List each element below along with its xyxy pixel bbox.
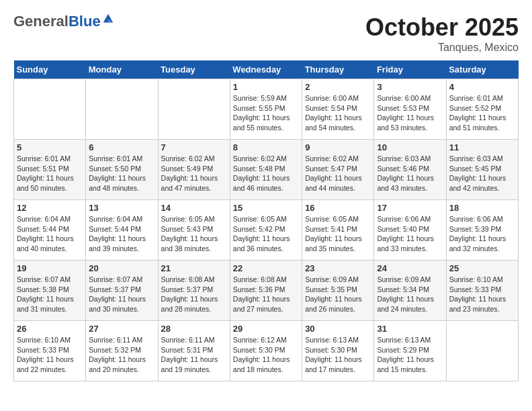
calendar-cell: 31Sunrise: 6:13 AMSunset: 5:29 PMDayligh… (374, 321, 446, 381)
calendar-cell: 26Sunrise: 6:10 AMSunset: 5:33 PMDayligh… (14, 321, 86, 381)
calendar-cell: 19Sunrise: 6:07 AMSunset: 5:38 PMDayligh… (14, 261, 86, 321)
logo-icon (102, 13, 114, 25)
calendar-cell: 29Sunrise: 6:12 AMSunset: 5:30 PMDayligh… (230, 321, 302, 381)
day-info: Sunrise: 6:04 AMSunset: 5:44 PMDaylight:… (89, 214, 154, 254)
weekday-header: Thursday (302, 60, 374, 79)
day-number: 23 (305, 263, 371, 273)
calendar-week-row: 12Sunrise: 6:04 AMSunset: 5:44 PMDayligh… (14, 200, 519, 261)
calendar-cell: 28Sunrise: 6:11 AMSunset: 5:31 PMDayligh… (158, 321, 230, 381)
day-number: 15 (233, 203, 299, 213)
calendar-cell: 1Sunrise: 5:59 AMSunset: 5:55 PMDaylight… (230, 79, 302, 140)
calendar-cell: 22Sunrise: 6:08 AMSunset: 5:36 PMDayligh… (230, 261, 302, 321)
title-block: October 2025 Tanques, Mexico (365, 13, 519, 54)
calendar-cell: 13Sunrise: 6:04 AMSunset: 5:44 PMDayligh… (86, 200, 158, 261)
calendar-cell: 16Sunrise: 6:05 AMSunset: 5:41 PMDayligh… (302, 200, 374, 261)
day-info: Sunrise: 6:02 AMSunset: 5:49 PMDaylight:… (161, 154, 227, 193)
day-info: Sunrise: 6:03 AMSunset: 5:45 PMDaylight:… (449, 154, 515, 193)
calendar-cell (86, 79, 158, 140)
day-info: Sunrise: 6:06 AMSunset: 5:39 PMDaylight:… (449, 214, 515, 254)
day-number: 28 (161, 324, 227, 334)
day-number: 13 (89, 203, 154, 213)
calendar-cell: 8Sunrise: 6:02 AMSunset: 5:48 PMDaylight… (230, 140, 302, 200)
calendar-cell: 20Sunrise: 6:07 AMSunset: 5:37 PMDayligh… (86, 261, 158, 321)
calendar-week-row: 19Sunrise: 6:07 AMSunset: 5:38 PMDayligh… (14, 261, 519, 321)
day-number: 29 (233, 324, 299, 334)
weekday-header: Friday (374, 60, 446, 79)
day-info: Sunrise: 6:13 AMSunset: 5:29 PMDaylight:… (377, 335, 443, 375)
day-info: Sunrise: 6:10 AMSunset: 5:33 PMDaylight:… (449, 275, 515, 314)
calendar-cell (158, 79, 230, 140)
day-info: Sunrise: 6:01 AMSunset: 5:50 PMDaylight:… (89, 154, 154, 193)
day-number: 21 (161, 263, 227, 273)
calendar-cell: 14Sunrise: 6:05 AMSunset: 5:43 PMDayligh… (158, 200, 230, 261)
day-number: 22 (233, 263, 299, 273)
day-info: Sunrise: 6:01 AMSunset: 5:52 PMDaylight:… (449, 93, 515, 133)
day-info: Sunrise: 6:00 AMSunset: 5:54 PMDaylight:… (305, 93, 371, 133)
day-info: Sunrise: 6:05 AMSunset: 5:43 PMDaylight:… (161, 214, 227, 254)
calendar-cell: 18Sunrise: 6:06 AMSunset: 5:39 PMDayligh… (446, 200, 518, 261)
weekday-header-row: SundayMondayTuesdayWednesdayThursdayFrid… (14, 60, 519, 79)
calendar-week-row: 26Sunrise: 6:10 AMSunset: 5:33 PMDayligh… (14, 321, 519, 381)
calendar-cell: 12Sunrise: 6:04 AMSunset: 5:44 PMDayligh… (14, 200, 86, 261)
day-number: 18 (449, 203, 515, 213)
calendar-cell: 10Sunrise: 6:03 AMSunset: 5:46 PMDayligh… (374, 140, 446, 200)
day-info: Sunrise: 6:01 AMSunset: 5:51 PMDaylight:… (17, 154, 83, 193)
calendar-cell: 25Sunrise: 6:10 AMSunset: 5:33 PMDayligh… (446, 261, 518, 321)
logo-general-text: GeneralBlue (13, 13, 101, 30)
calendar-cell: 7Sunrise: 6:02 AMSunset: 5:49 PMDaylight… (158, 140, 230, 200)
day-number: 6 (89, 142, 154, 152)
day-number: 25 (449, 263, 515, 273)
calendar-cell: 6Sunrise: 6:01 AMSunset: 5:50 PMDaylight… (86, 140, 158, 200)
day-number: 27 (89, 324, 154, 334)
day-number: 26 (17, 324, 83, 334)
day-info: Sunrise: 6:04 AMSunset: 5:44 PMDaylight:… (17, 214, 83, 254)
calendar-cell: 5Sunrise: 6:01 AMSunset: 5:51 PMDaylight… (14, 140, 86, 200)
day-number: 5 (17, 142, 83, 152)
calendar-cell: 23Sunrise: 6:09 AMSunset: 5:35 PMDayligh… (302, 261, 374, 321)
weekday-header: Tuesday (158, 60, 230, 79)
logo: GeneralBlue (13, 13, 114, 30)
calendar-cell: 2Sunrise: 6:00 AMSunset: 5:54 PMDaylight… (302, 79, 374, 140)
location: Tanques, Mexico (365, 42, 519, 54)
weekday-header: Sunday (14, 60, 86, 79)
day-info: Sunrise: 6:05 AMSunset: 5:42 PMDaylight:… (233, 214, 299, 254)
day-number: 8 (233, 142, 299, 152)
day-info: Sunrise: 6:02 AMSunset: 5:48 PMDaylight:… (233, 154, 299, 193)
day-info: Sunrise: 6:09 AMSunset: 5:35 PMDaylight:… (305, 275, 371, 314)
day-number: 4 (449, 82, 515, 92)
day-number: 16 (305, 203, 371, 213)
day-info: Sunrise: 6:07 AMSunset: 5:38 PMDaylight:… (17, 275, 83, 314)
day-info: Sunrise: 6:13 AMSunset: 5:30 PMDaylight:… (305, 335, 371, 375)
day-number: 30 (305, 324, 371, 334)
calendar-week-row: 5Sunrise: 6:01 AMSunset: 5:51 PMDaylight… (14, 140, 519, 200)
page-header: GeneralBlue October 2025 Tanques, Mexico (13, 13, 519, 54)
day-info: Sunrise: 6:02 AMSunset: 5:47 PMDaylight:… (305, 154, 371, 193)
day-info: Sunrise: 5:59 AMSunset: 5:55 PMDaylight:… (233, 93, 299, 133)
day-number: 14 (161, 203, 227, 213)
month-title: October 2025 (365, 13, 519, 42)
calendar-table: SundayMondayTuesdayWednesdayThursdayFrid… (13, 60, 519, 381)
day-info: Sunrise: 6:11 AMSunset: 5:31 PMDaylight:… (161, 335, 227, 375)
day-number: 3 (377, 82, 443, 92)
calendar-cell (14, 79, 86, 140)
day-info: Sunrise: 6:07 AMSunset: 5:37 PMDaylight:… (89, 275, 154, 314)
day-info: Sunrise: 6:12 AMSunset: 5:30 PMDaylight:… (233, 335, 299, 375)
day-info: Sunrise: 6:00 AMSunset: 5:53 PMDaylight:… (377, 93, 443, 133)
day-number: 1 (233, 82, 299, 92)
day-number: 10 (377, 142, 443, 152)
day-number: 19 (17, 263, 83, 273)
day-info: Sunrise: 6:08 AMSunset: 5:36 PMDaylight:… (233, 275, 299, 314)
day-info: Sunrise: 6:10 AMSunset: 5:33 PMDaylight:… (17, 335, 83, 375)
calendar-cell: 17Sunrise: 6:06 AMSunset: 5:40 PMDayligh… (374, 200, 446, 261)
calendar-week-row: 1Sunrise: 5:59 AMSunset: 5:55 PMDaylight… (14, 79, 519, 140)
day-number: 2 (305, 82, 371, 92)
calendar-cell: 24Sunrise: 6:09 AMSunset: 5:34 PMDayligh… (374, 261, 446, 321)
day-number: 7 (161, 142, 227, 152)
day-info: Sunrise: 6:05 AMSunset: 5:41 PMDaylight:… (305, 214, 371, 254)
calendar-cell: 21Sunrise: 6:08 AMSunset: 5:37 PMDayligh… (158, 261, 230, 321)
day-number: 20 (89, 263, 154, 273)
day-number: 11 (449, 142, 515, 152)
calendar-cell: 30Sunrise: 6:13 AMSunset: 5:30 PMDayligh… (302, 321, 374, 381)
calendar-cell (446, 321, 518, 381)
calendar-cell: 27Sunrise: 6:11 AMSunset: 5:32 PMDayligh… (86, 321, 158, 381)
